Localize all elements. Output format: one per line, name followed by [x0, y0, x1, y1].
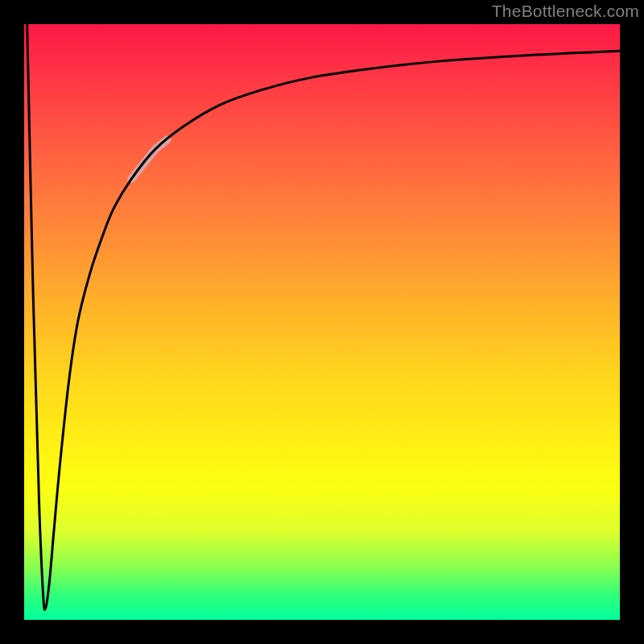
- bottleneck-curve: [27, 24, 620, 609]
- plot-svg: [24, 24, 620, 620]
- watermark-text: TheBottleneck.com: [492, 2, 639, 21]
- plot-background: [24, 24, 620, 620]
